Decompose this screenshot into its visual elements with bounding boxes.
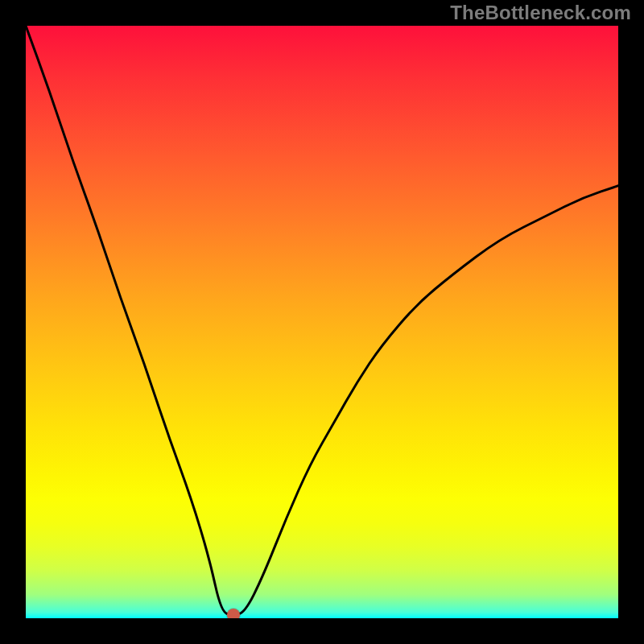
minimum-marker [227,609,240,618]
curve-svg [26,26,618,618]
chart-root: TheBottleneck.com [0,0,644,644]
plot-area [26,26,618,618]
watermark-label: TheBottleneck.com [450,2,631,24]
bottleneck-curve-path [26,26,618,614]
